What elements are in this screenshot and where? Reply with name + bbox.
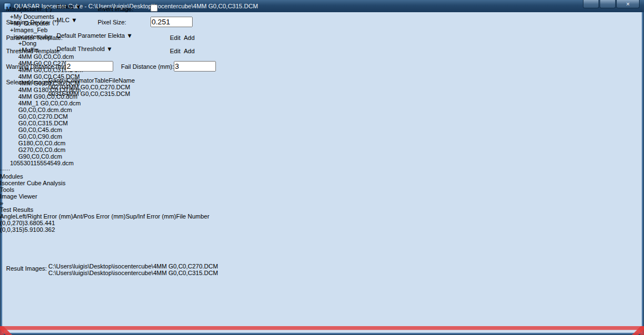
dropdown-arrow-icon: ▼ [127, 32, 133, 39]
result-cell: 3.68 [24, 220, 36, 226]
warning-distance-label: Warning Distance (mm): [6, 63, 72, 70]
selected-images-table: GantryCollimatorTableFileName 002704MM G… [48, 77, 229, 138]
window-controls: × [583, 0, 640, 8]
tree-item-label: Images_Feb [13, 27, 47, 33]
close-button[interactable]: × [616, 0, 640, 8]
parameter-template-select[interactable]: Default Parameter Elekta ▼ [57, 32, 160, 39]
tree-item-105530115554549-dcm[interactable]: 105530115554549.dcm [0, 160, 644, 166]
list-item[interactable]: C:\Users\luigis\Desktop\isocentercube\4M… [48, 270, 229, 276]
analysis-overlay-icon [0, 326, 644, 335]
nav-footer: » [0, 200, 644, 206]
tree-item-label: G90,C0,C0.dcm [18, 153, 62, 160]
analysis-panel: Manufacturer: (*) Elekta ▼ Invert Image:… [0, 206, 644, 326]
nav-button-tools[interactable]: Tools [0, 186, 644, 193]
chevron-down-icon[interactable]: » [0, 200, 3, 206]
invert-image-checkbox[interactable] [150, 4, 158, 12]
selected-images-body: 002704MM G0,C0,C270.DCM003154MM G0,C0,C3… [48, 84, 229, 97]
threshold-edit-button[interactable]: Edit [170, 48, 180, 54]
tree-item-label: G180,C0,C0.dcm [18, 140, 66, 146]
table-row[interactable]: 003154MM G0,C0,C315.DCM [48, 90, 229, 97]
list-item[interactable]: C:\Users\luigis\Desktop\isocentercube\4M… [48, 263, 229, 270]
maximize-button[interactable] [600, 0, 616, 8]
table-row[interactable]: (0,0,315)5.9100.362 [0, 226, 226, 233]
result-cell: 5.91 [24, 226, 36, 233]
column-header-filename: FileName [109, 77, 135, 84]
minimize-button[interactable] [583, 0, 599, 8]
column-header-ant-pos-error-mm: Ant/Pos Error (mm) [73, 213, 125, 220]
parameter-add-button[interactable]: Add [184, 34, 195, 41]
tree-item-g270-c0-c0-dcm[interactable]: G270,C0,C0.dcm [0, 146, 644, 153]
image-canvas[interactable] [0, 326, 644, 335]
cell: 270 [55, 84, 65, 90]
dropdown-arrow-icon: ▼ [107, 45, 113, 52]
splitter-grip[interactable]: ····· [0, 166, 644, 173]
tree-item-label: G270,C0,C0.dcm [18, 146, 66, 153]
pixel-size-input[interactable] [150, 17, 193, 27]
tree-item-label: 105530115554549.dcm [10, 160, 74, 166]
test-results-title: Test Results [0, 206, 33, 213]
phantom-cube-image [0, 326, 644, 335]
test-results-body: (0,0,270)3.6805.441(0,0,315)5.9100.362 [0, 220, 226, 233]
threshold-add-button[interactable]: Add [184, 48, 195, 54]
result-images-label: Result Images: [6, 265, 47, 272]
table-row[interactable]: 002704MM G0,C0,C270.DCM [48, 84, 229, 90]
cell: 4MM G0,C0,C270.DCM [66, 84, 130, 90]
manufacturer-label: Manufacturer: (*) [6, 6, 52, 12]
parameter-edit-button[interactable]: Edit [170, 34, 180, 41]
column-header-left-right-error-mm: Left/Right Error (mm) [16, 213, 73, 220]
close-icon: × [626, 1, 630, 7]
result-cell: 5.44 [40, 220, 52, 226]
column-header-gantry: Gantry [48, 77, 67, 84]
table-row[interactable]: (0,0,270)3.6805.441 [0, 220, 226, 226]
threshold-template-label: Threshold Template: [6, 48, 61, 54]
selected-images-label: Selected Images: [6, 79, 53, 85]
fail-distance-input[interactable] [174, 61, 216, 72]
parameter-template-value: Default Parameter Elekta [57, 32, 125, 39]
fail-distance-label: Fail Distance (mm): [121, 63, 174, 70]
cell: 315 [55, 90, 65, 97]
dropdown-arrow-icon: ▼ [71, 17, 77, 23]
result-images-list: C:\Users\luigis\Desktop\isocentercube\4M… [48, 263, 229, 292]
nav-button-modules[interactable]: Modules [0, 173, 644, 180]
tree-item-g90-c0-c0-dcm[interactable]: G90,C0,C0.dcm [0, 153, 644, 160]
test-results-table: AngleLeft/Right Error (mm)Ant/Pos Error … [0, 213, 226, 233]
nav-button-isocenter-cube-analysis[interactable]: Isocenter Cube Analysis [0, 180, 644, 186]
column-header-file-number: File Number [176, 213, 209, 220]
dropdown-arrow-icon: ▼ [76, 3, 82, 10]
shaping-device-value: MLC [57, 17, 69, 23]
column-header-angle: Angle [0, 213, 16, 220]
column-header-table: Table [94, 77, 109, 84]
nav-button-image-viewer[interactable]: Image Viewer [0, 193, 644, 200]
nav-buttons: ModulesIsocenter Cube AnalysisToolsImage… [0, 173, 644, 200]
image-viewer-panel: ▲ ▼ ◀ ▶ [0, 326, 644, 335]
threshold-template-select[interactable]: Default Threshold ▼ [57, 45, 160, 52]
test-results-header: AngleLeft/Right Error (mm)Ant/Pos Error … [0, 213, 226, 220]
selected-images-header: GantryCollimatorTableFileName [48, 77, 229, 84]
invert-image-label: Invert Image: [98, 6, 133, 12]
app-window: QUASAR Isocenter Cube - C:\Users\luigis\… [0, 0, 644, 335]
result-cell: (0,0,315) [0, 226, 24, 233]
result-cell: (0,0,270) [0, 220, 24, 226]
manufacturer-value: Elekta [57, 3, 74, 10]
cell: 4MM G0,C0,C315.DCM [66, 90, 130, 97]
result-cell: 1 [52, 220, 55, 226]
warning-distance-input[interactable] [66, 61, 113, 72]
parameter-template-label: Parameter Template: [6, 34, 63, 41]
navigation-pane: ····· ModulesIsocenter Cube AnalysisTool… [0, 166, 644, 206]
tree-item-4mm-g0-c0-c0-dcm[interactable]: 4MM G0,C0,C0.dcm [0, 53, 644, 60]
threshold-template-value: Default Threshold [57, 45, 105, 52]
tree-item-g180-c0-c0-dcm[interactable]: G180,C0,C0.dcm [0, 140, 644, 146]
column-header-collimator: Collimator [67, 77, 94, 84]
result-cell: 0.36 [40, 226, 52, 233]
result-cell: 2 [52, 226, 55, 233]
column-header-sup-inf-error-mm: Sup/Inf Error (mm) [125, 213, 176, 220]
shaping-device-label: Shaping Device: (*) [6, 19, 59, 26]
pixel-size-label: Pixel Size: [98, 19, 126, 26]
